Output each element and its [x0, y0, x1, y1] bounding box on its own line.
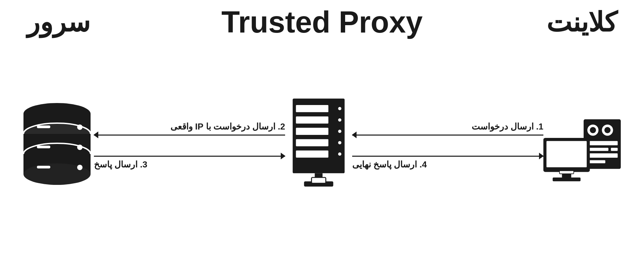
- arrow-4-line: [352, 156, 543, 157]
- client-computer-icon: [543, 99, 624, 193]
- svg-rect-47: [559, 170, 574, 173]
- diagram-container: سرور Trusted Proxy کلاینت: [0, 0, 644, 253]
- svg-rect-21: [296, 128, 328, 135]
- svg-point-17: [338, 107, 341, 110]
- svg-point-26: [338, 141, 341, 144]
- svg-rect-15: [296, 105, 328, 112]
- arrow-3-line: [94, 156, 285, 157]
- svg-rect-39: [587, 148, 608, 151]
- svg-rect-38: [587, 141, 618, 145]
- svg-point-20: [338, 118, 341, 121]
- proxy-server-icon: [285, 95, 352, 196]
- arrow-4-item: 4. ارسال پاسخ نهایی: [352, 156, 543, 170]
- arrows-right: 1. ارسال درخواست: [352, 121, 543, 170]
- svg-point-23: [338, 130, 341, 133]
- header-row: سرور Trusted Proxy کلاینت: [0, 0, 644, 38]
- svg-rect-13: [37, 166, 50, 168]
- arrow-1-line: [352, 135, 543, 136]
- svg-rect-40: [611, 148, 618, 151]
- svg-rect-46: [553, 178, 581, 181]
- svg-rect-18: [296, 116, 328, 123]
- server-icon-section: [20, 100, 94, 191]
- proxy-icon-section: [285, 95, 352, 196]
- client-label: کلاینت: [546, 7, 617, 38]
- svg-rect-27: [296, 150, 328, 157]
- svg-point-29: [338, 152, 341, 156]
- arrow-2-line: [94, 135, 285, 136]
- arrows-left: 2. ارسال درخواست با IP واقعی: [94, 121, 285, 170]
- main-title: Trusted Proxy: [221, 5, 423, 40]
- arrow-3-item: 3. ارسال پاسخ: [94, 156, 285, 170]
- arrow-1-item: 1. ارسال درخواست: [352, 121, 543, 136]
- content-area: 2. ارسال درخواست با IP واقعی: [0, 38, 644, 253]
- svg-rect-11: [37, 125, 50, 128]
- svg-point-8: [77, 124, 83, 130]
- arrow-4-label: 4. ارسال پاسخ نهایی: [352, 159, 427, 170]
- svg-point-37: [604, 127, 610, 133]
- arrow-2-item: 2. ارسال درخواست با IP واقعی: [94, 121, 285, 136]
- svg-rect-24: [296, 139, 328, 146]
- svg-rect-44: [546, 141, 587, 167]
- database-icon: [20, 100, 94, 191]
- arrow-1-label: 1. ارسال درخواست: [472, 121, 543, 132]
- arrow-3-label: 3. ارسال پاسخ: [94, 159, 147, 170]
- svg-point-35: [590, 127, 596, 133]
- svg-rect-41: [587, 153, 618, 158]
- client-icon-section: [543, 99, 624, 193]
- svg-rect-12: [37, 146, 50, 148]
- svg-rect-32: [312, 177, 326, 183]
- svg-point-9: [77, 145, 83, 150]
- server-label: سرور: [27, 7, 90, 38]
- arrow-2-label: 2. ارسال درخواست با IP واقعی: [170, 121, 285, 132]
- svg-point-10: [77, 165, 83, 170]
